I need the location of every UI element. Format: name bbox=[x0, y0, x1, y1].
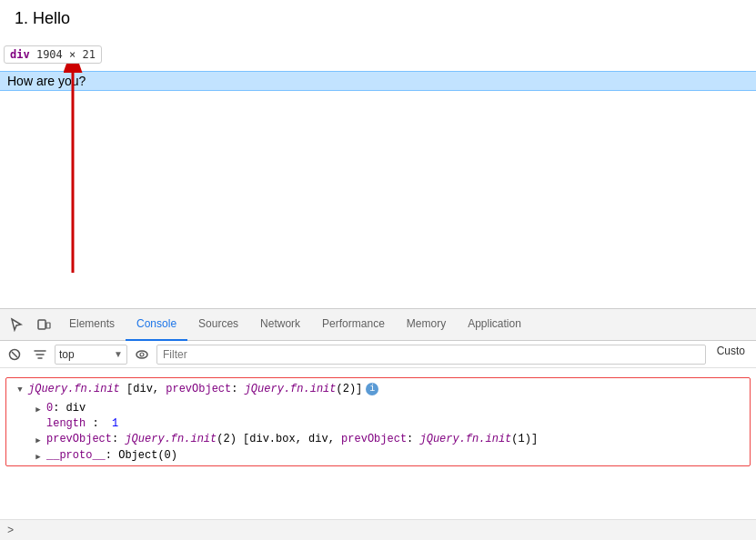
expand-arrow-proto[interactable] bbox=[32, 450, 45, 463]
page-content: 1. Hello div 1904 × 21 How are you? bbox=[0, 0, 756, 309]
element-tooltip: div 1904 × 21 bbox=[4, 45, 102, 64]
tab-application[interactable]: Application bbox=[457, 309, 532, 341]
filter-input[interactable] bbox=[156, 345, 706, 365]
tab-performance[interactable]: Performance bbox=[311, 309, 396, 341]
console-item-proto: __proto__ : Object(0) bbox=[32, 447, 742, 464]
tab-sources[interactable]: Sources bbox=[187, 309, 249, 341]
svg-rect-3 bbox=[46, 323, 50, 328]
tooltip-tag: div bbox=[10, 48, 30, 61]
cursor-icon-btn[interactable] bbox=[4, 312, 29, 337]
filter-toggle-btn[interactable] bbox=[29, 344, 51, 365]
svg-point-6 bbox=[136, 351, 147, 358]
expand-arrow-main[interactable] bbox=[14, 384, 26, 396]
console-item-length: length : 1 bbox=[32, 416, 742, 431]
chevron-down-icon: ▼ bbox=[114, 349, 123, 359]
tooltip-dimensions: 1904 × 21 bbox=[36, 48, 96, 61]
tab-network[interactable]: Network bbox=[249, 309, 311, 341]
context-value: top bbox=[59, 348, 75, 361]
context-selector[interactable]: top ▼ bbox=[55, 345, 127, 365]
highlighted-text: How are you? bbox=[7, 74, 86, 88]
devtools-panel: Elements Console Sources Network Perform… bbox=[0, 308, 756, 540]
console-main-entry: jQuery.fn.init [div, prevObject : jQuery… bbox=[5, 377, 751, 466]
console-bottom-bar bbox=[0, 519, 756, 540]
tab-console[interactable]: Console bbox=[126, 309, 187, 341]
expand-arrow-prevobject[interactable] bbox=[32, 434, 45, 446]
device-icon-btn[interactable] bbox=[31, 312, 56, 337]
devtools-toolbar: top ▼ Custo bbox=[0, 341, 756, 368]
console-cursor[interactable] bbox=[7, 525, 19, 537]
clear-console-btn[interactable] bbox=[4, 344, 25, 365]
page-title: 1. Hello bbox=[15, 9, 741, 28]
tab-memory[interactable]: Memory bbox=[396, 309, 457, 341]
console-output: jQuery.fn.init [div, prevObject : jQuery… bbox=[0, 368, 756, 519]
eye-icon-btn[interactable] bbox=[131, 344, 153, 365]
console-item-prevobject: prevObject : jQuery.fn.init (2) [div.box… bbox=[32, 431, 742, 447]
console-item-0: 0 : div bbox=[32, 400, 742, 416]
highlighted-element: How are you? bbox=[0, 71, 756, 91]
svg-line-5 bbox=[12, 352, 17, 357]
svg-point-7 bbox=[140, 353, 144, 356]
svg-rect-2 bbox=[38, 320, 45, 329]
info-icon[interactable]: i bbox=[366, 383, 378, 395]
tab-elements[interactable]: Elements bbox=[58, 309, 126, 341]
custom-levels-btn[interactable]: Custo bbox=[710, 345, 752, 365]
console-sub-items: 0 : div length : 1 prevObject : jQuery.f… bbox=[14, 398, 742, 464]
devtools-tabs-bar: Elements Console Sources Network Perform… bbox=[0, 309, 756, 341]
expand-arrow-0[interactable] bbox=[32, 403, 45, 415]
